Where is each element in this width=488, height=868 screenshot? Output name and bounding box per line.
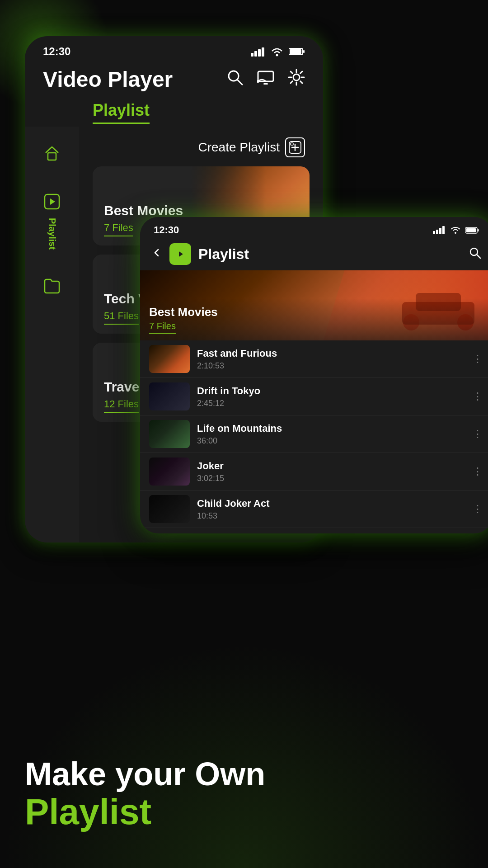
front-signal-icon — [433, 226, 446, 234]
video-item-child-joker[interactable]: Child Joker Act 10:53 ⋮ — [140, 491, 488, 528]
drift-name: Drift in Tokyo — [197, 385, 465, 397]
travel-files: 12 Files — [104, 398, 139, 413]
mountain-info: Life on Mountains 36:00 — [197, 423, 465, 446]
folder-icon — [43, 277, 61, 298]
sidebar-item-playlist[interactable]: Playlist — [43, 193, 61, 250]
svg-rect-12 — [263, 83, 268, 85]
front-wifi-icon — [450, 226, 461, 234]
front-playlist-icon — [169, 243, 191, 265]
svg-point-25 — [455, 232, 456, 234]
fast-duration: 2:10:53 — [197, 361, 465, 371]
drift-menu-button[interactable]: ⋮ — [473, 391, 483, 402]
svg-rect-20 — [291, 143, 293, 145]
fast-thumbnail — [149, 345, 190, 373]
home-icon — [43, 145, 61, 166]
sidebar-playlist-label: Playlist — [47, 218, 57, 250]
fast-name: Fast and Furious — [197, 348, 465, 359]
svg-rect-6 — [290, 49, 301, 54]
child-joker-name: Child Joker Act — [197, 498, 465, 509]
front-hero-banner[interactable]: Best Movies 7 Files — [140, 270, 488, 340]
svg-rect-27 — [466, 228, 476, 232]
joker-info: Joker 3:02:15 — [197, 460, 465, 483]
drift-duration: 2:45:12 — [197, 399, 465, 408]
video-item-joker[interactable]: Joker 3:02:15 ⋮ — [140, 453, 488, 491]
front-battery-icon — [465, 227, 479, 234]
video-item-fast[interactable]: Fast and Furious 2:10:53 ⋮ — [140, 340, 488, 378]
back-button[interactable] — [151, 247, 162, 261]
app-title: Video Player — [43, 67, 173, 92]
svg-rect-2 — [258, 49, 261, 57]
tech-files: 51 Files — [104, 310, 139, 325]
front-header: Playlist — [140, 240, 488, 270]
video-item-drift[interactable]: Drift in Tokyo 2:45:12 ⋮ — [140, 378, 488, 415]
mountain-thumbnail — [149, 420, 190, 448]
hero-playlist-name: Best Movies — [149, 305, 218, 319]
child-joker-menu-button[interactable]: ⋮ — [473, 503, 483, 515]
settings-icon[interactable] — [288, 69, 305, 90]
fast-info: Fast and Furious 2:10:53 — [197, 348, 465, 371]
mountain-menu-button[interactable]: ⋮ — [473, 428, 483, 440]
search-icon[interactable] — [226, 69, 244, 90]
video-list: Fast and Furious 2:10:53 ⋮ Drift in Toky… — [140, 340, 488, 528]
drift-info: Drift in Tokyo 2:45:12 — [197, 385, 465, 408]
joker-thumbnail — [149, 458, 190, 486]
back-phone-header: Video Player — [25, 62, 323, 101]
playlist-icon — [43, 193, 61, 214]
mountain-name: Life on Mountains — [197, 423, 465, 434]
svg-rect-1 — [254, 51, 257, 57]
create-playlist-label: Create Playlist — [198, 140, 280, 155]
front-status-time: 12:30 — [154, 224, 179, 236]
svg-rect-21 — [433, 231, 435, 234]
wifi-icon — [271, 47, 283, 57]
sidebar-nav: Playlist — [25, 127, 79, 542]
svg-line-9 — [237, 80, 242, 85]
sidebar-item-home[interactable] — [43, 145, 61, 166]
header-icons — [226, 69, 305, 90]
svg-rect-3 — [262, 47, 264, 57]
joker-name: Joker — [197, 460, 465, 472]
svg-rect-14 — [48, 153, 56, 160]
joker-menu-button[interactable]: ⋮ — [473, 466, 483, 477]
phone-front: 12:30 — [140, 217, 488, 533]
signal-icon — [251, 47, 265, 57]
front-status-icons — [433, 226, 479, 234]
joker-duration: 3:02:15 — [197, 474, 465, 483]
create-playlist-icon — [285, 137, 305, 157]
status-time: 12:30 — [43, 45, 70, 58]
video-item-mountain[interactable]: Life on Mountains 36:00 ⋮ — [140, 415, 488, 453]
bottom-text-line1: Make your Own — [25, 756, 265, 792]
svg-rect-22 — [436, 230, 438, 234]
svg-point-13 — [293, 74, 300, 80]
child-joker-info: Child Joker Act 10:53 — [197, 498, 465, 521]
drift-thumbnail — [149, 382, 190, 410]
svg-rect-28 — [478, 229, 479, 231]
sidebar-item-files[interactable] — [43, 277, 61, 298]
front-search-icon[interactable] — [469, 246, 481, 262]
bottom-text-line2: Playlist — [25, 792, 265, 832]
status-bar: 12:30 — [25, 36, 323, 62]
fast-menu-button[interactable]: ⋮ — [473, 353, 483, 365]
child-joker-duration: 10:53 — [197, 511, 465, 521]
movies-name: Best Movies — [104, 203, 183, 218]
cast-icon[interactable] — [257, 69, 274, 90]
hero-playlist-files: 7 Files — [149, 321, 176, 334]
svg-rect-0 — [251, 53, 253, 57]
svg-marker-16 — [50, 198, 55, 205]
svg-rect-23 — [439, 228, 441, 234]
battery-icon — [289, 47, 305, 56]
child-joker-thumbnail — [149, 495, 190, 523]
svg-line-32 — [477, 255, 480, 258]
front-playlist-title: Playlist — [198, 246, 461, 263]
svg-point-4 — [276, 54, 278, 57]
bottom-text-section: Make your Own Playlist — [25, 756, 265, 832]
movies-files: 7 Files — [104, 222, 133, 236]
mountain-duration: 36:00 — [197, 436, 465, 446]
front-status-bar: 12:30 — [140, 217, 488, 240]
status-icons — [251, 47, 305, 57]
playlist-tab-label: Playlist — [93, 101, 150, 124]
svg-rect-7 — [303, 50, 305, 53]
bg-glow-bottom — [0, 642, 488, 868]
hero-info: Best Movies 7 Files — [149, 305, 218, 334]
svg-rect-24 — [442, 226, 445, 234]
